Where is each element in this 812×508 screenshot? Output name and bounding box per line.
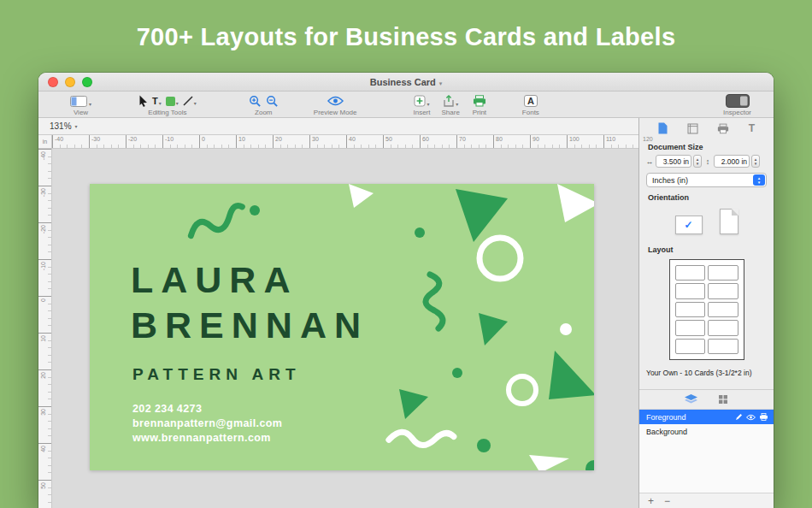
text-tool-button[interactable]: T ▾ [151, 96, 162, 106]
ruler-label: 80 [496, 136, 503, 142]
view-icon [70, 96, 88, 107]
view-button[interactable]: ▾ [69, 96, 92, 107]
close-button[interactable] [48, 77, 58, 87]
toolbar-group-view: ▾ View [69, 94, 92, 116]
edit-icon[interactable] [735, 413, 743, 421]
width-stepper[interactable]: ▴▾ [693, 155, 702, 168]
layers-tabs [639, 390, 774, 409]
toolbar-group-preview-mode: Preview Mode [314, 94, 357, 116]
line-tool-button[interactable]: ▾ [182, 96, 197, 106]
orientation-label: Orientation [639, 189, 774, 205]
window-title-area: Business Card▾ [38, 77, 774, 87]
tab-text[interactable]: T [749, 122, 755, 134]
titlebar[interactable]: Business Card▾ [38, 73, 774, 92]
canvas[interactable]: LAURA BRENNAN PATTERN ART 202 234 4273 b… [52, 149, 638, 508]
layout-grid [675, 265, 738, 354]
chevron-down-icon: ▾ [194, 101, 197, 106]
visibility-icon[interactable] [746, 414, 756, 421]
ruler-label: 120 [643, 136, 653, 142]
check-icon: ✓ [684, 219, 692, 231]
card-name[interactable]: LAURA BRENNAN [131, 257, 368, 348]
zoom-out-icon [266, 95, 279, 107]
page-heading: 700+ Layouts for Business Cards and Labe… [0, 0, 812, 51]
tab-layers[interactable] [685, 394, 697, 405]
layers-icon [685, 394, 697, 405]
height-stepper[interactable]: ▴▾ [751, 155, 760, 168]
shape-tool-button[interactable]: ▾ [165, 97, 179, 106]
toolbar-group-editing-tools: T ▾ ▾ ▾ Editing Tools [138, 94, 197, 116]
card-tagline[interactable]: PATTERN ART [132, 365, 301, 384]
layout-cell [708, 320, 738, 335]
ruler-label: 40 [40, 446, 46, 452]
orientation-portrait[interactable] [720, 209, 738, 234]
margins-icon [687, 123, 698, 134]
layers-list: ForegroundBackground [639, 409, 774, 439]
business-card[interactable]: LAURA BRENNAN PATTERN ART 202 234 4273 b… [90, 184, 594, 470]
zoom-in-button[interactable] [248, 95, 262, 107]
card-name-line1: LAURA [131, 257, 368, 303]
layout-cell [675, 265, 706, 281]
width-field[interactable]: 3.500 in [656, 155, 691, 168]
layout-cell [675, 283, 706, 298]
toolbar-label-print: Print [473, 109, 486, 116]
eye-icon [327, 96, 344, 106]
chevron-down-icon: ▾ [159, 101, 162, 106]
minimize-button[interactable] [65, 77, 75, 87]
toolbar-label-insert: Insert [413, 109, 430, 116]
layout-cell [708, 339, 738, 354]
ruler-label: -20 [128, 136, 137, 142]
tab-grid[interactable] [718, 394, 728, 405]
ruler-label: -40 [55, 136, 63, 142]
chevron-down-icon[interactable]: ▾ [75, 124, 78, 129]
units-select[interactable]: Inches (in) ▴▾ [646, 173, 767, 187]
tab-margins[interactable] [687, 123, 698, 134]
layout-preview[interactable] [669, 259, 744, 360]
traffic-lights [48, 77, 92, 87]
tab-document[interactable] [658, 122, 668, 134]
units-value: Inches (in) [652, 176, 688, 185]
ruler-label: -40 [40, 151, 46, 160]
layout-caption: Your Own - 10 Cards (3-1/2*2 in) [639, 360, 774, 377]
layout-cell [675, 339, 706, 354]
inspector-toggle-button[interactable] [725, 94, 750, 108]
toolbar-group-print: Print [472, 94, 487, 116]
orientation-landscape[interactable]: ✓ [675, 216, 703, 234]
printable-icon[interactable] [759, 413, 768, 421]
inspector-panel: T Document Size ↔ 3.500 in ▴▾ ↕ 2.000 in… [638, 118, 774, 508]
layer-row-foreground[interactable]: Foreground [639, 410, 774, 424]
ruler-label: 100 [569, 136, 580, 142]
print-button[interactable] [472, 95, 487, 107]
height-field[interactable]: 2.000 in [714, 155, 750, 168]
document-size-row: ↔ 3.500 in ▴▾ ↕ 2.000 in ▴▾ [639, 155, 774, 168]
card-phone: 202 234 4273 [132, 402, 282, 416]
toolbar-label-preview-mode: Preview Mode [314, 109, 357, 116]
zoom-out-button[interactable] [265, 95, 279, 107]
document-icon [658, 122, 668, 134]
app-window: Business Card▾ ▾ View [38, 73, 774, 508]
layer-row-background[interactable]: Background [639, 424, 774, 439]
line-tool-icon [183, 96, 193, 106]
remove-layer-button[interactable]: − [664, 496, 670, 506]
chevron-down-icon: ▾ [456, 102, 458, 107]
text-tab-icon: T [749, 122, 755, 134]
toolbar-label-inspector: Inspector [723, 109, 751, 116]
toolbar-group-share: ▾ Share [442, 94, 460, 116]
fonts-button[interactable]: A [523, 95, 538, 107]
ruler-label: 30 [40, 409, 46, 416]
fullscreen-button[interactable] [82, 77, 92, 87]
share-button[interactable]: ▾ [442, 95, 459, 107]
width-icon: ↔ [645, 157, 654, 166]
insert-button[interactable]: ▾ [413, 95, 430, 107]
chevron-down-icon[interactable]: ▾ [439, 80, 443, 86]
card-contact[interactable]: 202 234 4273 brennanpattern@gmail.com ww… [132, 402, 282, 446]
ruler-label: 10 [238, 136, 245, 142]
add-layer-button[interactable]: + [648, 496, 654, 506]
zoom-level[interactable]: 131% [50, 121, 72, 131]
toolbar-group-zoom: Zoom [248, 94, 279, 116]
preview-mode-button[interactable] [327, 96, 344, 106]
ruler-label: 40 [349, 136, 356, 142]
tab-print[interactable] [717, 123, 729, 134]
toolbar-label-share: Share [442, 109, 460, 116]
insert-icon [414, 95, 426, 107]
select-tool-button[interactable] [138, 95, 149, 107]
